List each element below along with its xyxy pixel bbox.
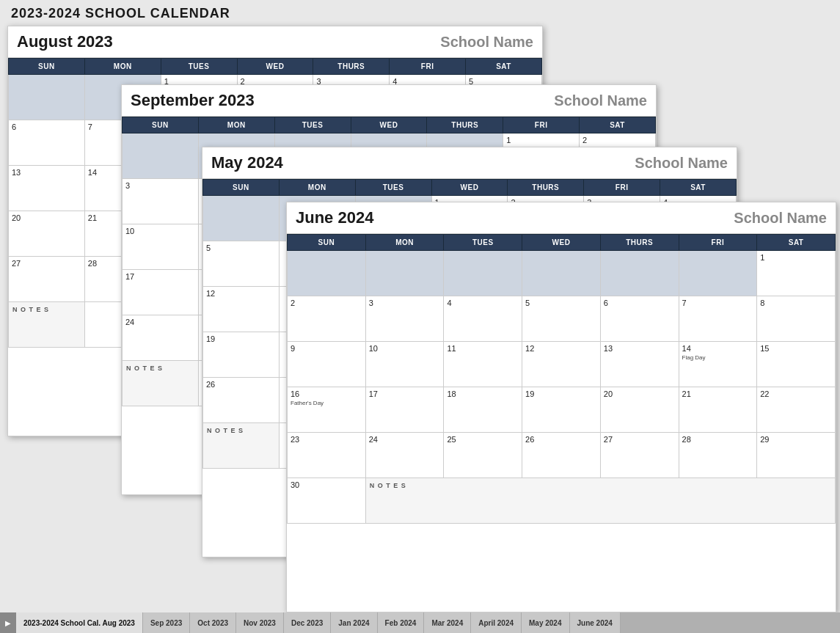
table-row: 14Flag Day xyxy=(679,342,757,387)
table-row: 19 xyxy=(203,332,280,378)
table-row xyxy=(600,251,679,296)
tab-jan-2024[interactable]: Jan 2024 xyxy=(331,612,377,633)
aug-header-fri: FRI xyxy=(390,59,466,75)
notes-label: N O T E S xyxy=(365,478,835,524)
sep-header-fri: FRI xyxy=(503,117,580,133)
table-row: 26 xyxy=(203,378,280,423)
table-row: 22 xyxy=(757,387,836,433)
tab-nov-2023[interactable]: Nov 2023 xyxy=(236,612,284,633)
table-row: 15 xyxy=(757,342,836,387)
page-title: 2023-2024 SCHOOL CALENDAR xyxy=(11,6,230,21)
table-row: 12 xyxy=(522,342,601,387)
june-grid: SUN MON TUES WED THURS FRI SAT 1 xyxy=(287,234,836,524)
table-row: 27 xyxy=(600,433,679,478)
june-header-thu: THURS xyxy=(600,235,679,251)
table-row: 30 xyxy=(288,478,366,524)
table-row: 25 xyxy=(444,433,522,478)
table-row: 2 xyxy=(288,296,366,342)
sep-header-mon: MON xyxy=(198,117,274,133)
tab-dec-2023[interactable]: Dec 2023 xyxy=(284,612,331,633)
sep-header-sat: SAT xyxy=(580,117,656,133)
table-row: 26 xyxy=(522,433,601,478)
table-row: 20 xyxy=(600,387,679,433)
table-row: 4 xyxy=(444,296,522,342)
tab-oct-2023[interactable]: Oct 2023 xyxy=(190,612,236,633)
table-row: 10 xyxy=(123,224,199,270)
aug-header-mon: MON xyxy=(84,59,161,75)
table-row: 18 xyxy=(444,387,522,433)
aug-header-sat: SAT xyxy=(466,59,542,75)
table-row xyxy=(288,251,366,296)
tab-may-2024[interactable]: May 2024 xyxy=(522,612,569,633)
table-row: 11 xyxy=(444,342,522,387)
aug-month-title: August 2023 xyxy=(17,32,113,51)
tab-sep-2023[interactable]: Sep 2023 xyxy=(143,612,190,633)
sep-header-wed: WED xyxy=(351,117,427,133)
table-row: 6 xyxy=(600,296,679,342)
june-header-wed: WED xyxy=(522,235,601,251)
may-header-thu: THURS xyxy=(508,180,584,196)
notes-label: N O T E S xyxy=(203,423,280,469)
table-row: 3 xyxy=(365,296,444,342)
tab-prev-arrow[interactable]: ▶ xyxy=(0,612,16,633)
tab-aug-2023[interactable]: 2023-2024 School Cal. Aug 2023 xyxy=(16,612,143,633)
table-row: 21 xyxy=(679,387,757,433)
may-header-fri: FRI xyxy=(584,180,660,196)
june-header-mon: MON xyxy=(365,235,444,251)
table-row xyxy=(9,75,85,120)
june-header-fri: FRI xyxy=(679,235,757,251)
aug-header-wed: WED xyxy=(237,59,313,75)
june-header: June 2024 School Name xyxy=(287,202,836,234)
table-row: 17 xyxy=(123,270,199,315)
table-row: 9 xyxy=(288,342,366,387)
june-header-sat: SAT xyxy=(757,235,836,251)
june-school-name: School Name xyxy=(734,210,827,227)
table-row: 13 xyxy=(600,342,679,387)
aug-header-tue: TUES xyxy=(161,59,237,75)
table-row: 28 xyxy=(679,433,757,478)
sep-header-sun: SUN xyxy=(123,117,199,133)
aug-school-name: School Name xyxy=(440,34,533,51)
calendar-june: June 2024 School Name SUN MON TUES WED T… xyxy=(286,202,836,612)
table-row: 23 xyxy=(288,433,366,478)
may-school-name: School Name xyxy=(635,155,728,172)
table-row: 29 xyxy=(757,433,836,478)
notes-label: N O T E S xyxy=(123,361,199,406)
table-row: 27 xyxy=(9,257,85,302)
tab-feb-2024[interactable]: Feb 2024 xyxy=(378,612,425,633)
table-row: 8 xyxy=(757,296,836,342)
table-row xyxy=(679,251,757,296)
table-row xyxy=(522,251,601,296)
table-row xyxy=(123,133,199,179)
june-header-sun: SUN xyxy=(288,235,366,251)
may-month-title: May 2024 xyxy=(211,153,283,172)
main-area: 2023-2024 SCHOOL CALENDAR August 2023 Sc… xyxy=(0,0,840,612)
june-month-title: June 2024 xyxy=(296,208,373,227)
tab-mar-2024[interactable]: Mar 2024 xyxy=(424,612,471,633)
sep-header-thu: THURS xyxy=(427,117,503,133)
table-row: 5 xyxy=(203,241,280,287)
table-row: 12 xyxy=(203,287,280,332)
table-row: 1 xyxy=(757,251,836,296)
table-row: 7 xyxy=(679,296,757,342)
sep-school-name: School Name xyxy=(554,92,647,109)
may-header-wed: WED xyxy=(431,180,508,196)
tab-june-2024[interactable]: June 2024 xyxy=(570,612,621,633)
table-row: 6 xyxy=(9,120,85,166)
table-row: 24 xyxy=(365,433,444,478)
table-row: 16Father's Day xyxy=(288,387,366,433)
aug-header-thu: THURS xyxy=(313,59,390,75)
table-row xyxy=(365,251,444,296)
may-header: May 2024 School Name xyxy=(202,147,737,179)
table-row: 13 xyxy=(9,166,85,211)
sep-header-tue: TUES xyxy=(274,117,351,133)
tab-bar: ▶ 2023-2024 School Cal. Aug 2023 Sep 202… xyxy=(0,612,840,633)
may-header-mon: MON xyxy=(279,180,355,196)
table-row: 10 xyxy=(365,342,444,387)
sep-month-title: September 2023 xyxy=(131,91,255,110)
tab-apr-2024[interactable]: April 2024 xyxy=(471,612,522,633)
table-row: 24 xyxy=(123,315,199,361)
may-header-sun: SUN xyxy=(203,180,280,196)
table-row xyxy=(203,196,280,241)
table-row: 3 xyxy=(123,179,199,224)
